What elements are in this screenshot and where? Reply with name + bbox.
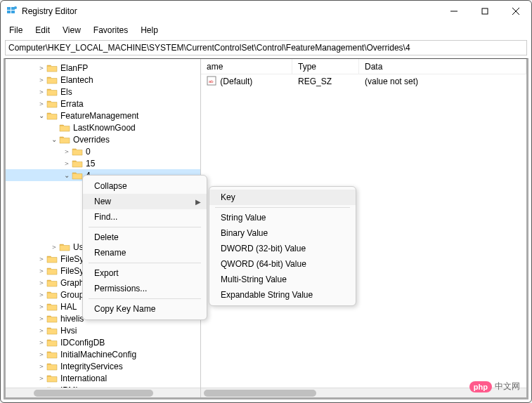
expand-toggle-icon[interactable]: ＞ — [37, 99, 46, 109]
app-icon — [6, 6, 18, 17]
list-scrollbar-thumb[interactable] — [204, 390, 316, 397]
address-bar[interactable]: Computer\HKEY_LOCAL_MACHINE\SYSTEM\Curre… — [5, 40, 527, 55]
minimize-button[interactable] — [439, 1, 469, 22]
col-header-data[interactable]: Data — [359, 59, 526, 74]
tree-node-label: ElanFP — [60, 63, 88, 73]
ctx-new[interactable]: New ▶ — [83, 194, 207, 209]
ctx-copy-key-name[interactable]: Copy Key Name — [83, 301, 207, 317]
sub-qword[interactable]: QWORD (64-bit) Value — [209, 256, 356, 272]
tree-node[interactable]: ＞IDConfigDB — [6, 336, 200, 348]
folder-icon — [46, 254, 58, 264]
tree-node-label: 15 — [86, 159, 95, 169]
expand-toggle-icon[interactable]: ＞ — [37, 314, 46, 324]
tree-node-label: FeatureManagement — [60, 111, 138, 121]
ctx-find[interactable]: Find... — [83, 209, 207, 225]
tree-node[interactable]: ＞15 — [6, 157, 200, 169]
window-title: Registry Editor — [22, 6, 439, 16]
sub-key[interactable]: Key — [209, 190, 356, 205]
tree-node-label: IDConfigDB — [60, 338, 105, 348]
ctx-export[interactable]: Export — [83, 265, 207, 281]
tree-node[interactable]: ＞0 — [6, 145, 200, 157]
window-controls — [439, 1, 531, 22]
expand-toggle-icon[interactable]: ⌄ — [62, 171, 72, 179]
expand-toggle-icon[interactable]: ⌄ — [49, 136, 59, 143]
tree-node[interactable]: ＞Errata — [6, 98, 200, 110]
folder-icon — [46, 75, 58, 85]
titlebar: Registry Editor — [1, 1, 531, 22]
svg-rect-3 — [11, 11, 15, 13]
menu-favorites[interactable]: Favorites — [88, 24, 134, 37]
tree-scrollbar-thumb[interactable] — [34, 390, 153, 397]
expand-toggle-icon[interactable]: ＞ — [37, 290, 46, 300]
tree-node[interactable]: ＞IntegrityServices — [6, 360, 200, 372]
context-submenu-new: Key String Value Binary Value DWORD (32-… — [209, 186, 356, 306]
tree-node[interactable]: ＞Els — [6, 86, 200, 98]
tree-node[interactable]: ＞InitialMachineConfig — [6, 348, 200, 360]
ctx-delete[interactable]: Delete — [83, 230, 207, 245]
sub-dword[interactable]: DWORD (32-bit) Value — [209, 241, 356, 256]
expand-toggle-icon[interactable]: ＞ — [37, 87, 46, 97]
maximize-button[interactable] — [469, 1, 500, 22]
ctx-collapse[interactable]: Collapse — [83, 178, 207, 194]
expand-toggle-icon[interactable]: ＞ — [62, 147, 72, 157]
expand-toggle-icon[interactable]: ＞ — [37, 278, 46, 288]
tree-node[interactable]: ＞International — [6, 372, 200, 384]
folder-icon — [46, 87, 58, 97]
expand-toggle-icon[interactable]: ⌄ — [37, 112, 46, 119]
tree-node[interactable]: ＞Hvsi — [6, 324, 200, 336]
folder-icon — [46, 314, 58, 324]
tree-node-label: hivelis — [60, 314, 84, 324]
expand-toggle-icon[interactable]: ＞ — [37, 266, 46, 276]
ctx-separator — [89, 263, 201, 263]
submenu-arrow-icon: ▶ — [195, 198, 201, 206]
folder-icon — [59, 242, 70, 252]
expand-toggle-icon[interactable]: ＞ — [37, 63, 46, 73]
ctx-rename[interactable]: Rename — [83, 245, 207, 260]
list-row[interactable]: ab (Default)REG_SZ(value not set) — [201, 74, 526, 88]
expand-toggle-icon[interactable]: ＞ — [37, 374, 46, 383]
window: Registry Editor File Edit View Favorites… — [0, 0, 532, 403]
tree-node-label: 0 — [86, 147, 91, 157]
expand-toggle-icon[interactable]: ＞ — [37, 326, 46, 336]
folder-icon — [46, 338, 58, 348]
tree-node[interactable]: ⌄Overrides — [6, 133, 200, 145]
expand-toggle-icon[interactable]: ＞ — [37, 338, 46, 348]
tree-node[interactable]: LastKnownGood — [6, 121, 200, 133]
tree-node-label: Els — [60, 87, 72, 97]
tree-node-label: Hvsi — [60, 326, 77, 336]
expand-toggle-icon[interactable]: ＞ — [37, 75, 46, 85]
tree-node-label: Errata — [60, 99, 84, 109]
expand-toggle-icon[interactable]: ＞ — [49, 242, 59, 252]
menu-help[interactable]: Help — [135, 24, 164, 37]
sub-string[interactable]: String Value — [209, 210, 356, 225]
list-header: ame Type Data — [201, 59, 526, 74]
col-header-type[interactable]: Type — [292, 59, 359, 74]
tree-node[interactable]: ＞Elantech — [6, 74, 200, 86]
menu-file[interactable]: File — [4, 24, 28, 37]
watermark: php 中文网 — [469, 381, 520, 392]
tree-node[interactable]: ⌄FeatureManagement — [6, 110, 200, 121]
tree-node-label: Overrides — [73, 135, 110, 145]
svg-rect-6 — [482, 8, 488, 14]
menu-view[interactable]: View — [57, 24, 86, 37]
tree-node-label: Group — [60, 290, 84, 300]
ctx-permissions[interactable]: Permissions... — [83, 281, 207, 296]
sub-multi[interactable]: Multi-String Value — [209, 272, 356, 287]
expand-toggle-icon[interactable]: ＞ — [37, 350, 46, 359]
tree-node[interactable]: ＞ElanFP — [6, 62, 200, 74]
folder-icon — [59, 123, 70, 133]
tree-node-label: Graph — [60, 278, 84, 288]
tree-node-label: InitialMachineConfig — [60, 350, 136, 359]
menu-edit[interactable]: Edit — [30, 24, 56, 37]
expand-toggle-icon[interactable]: ＞ — [62, 159, 72, 169]
sub-binary[interactable]: Binary Value — [209, 225, 356, 241]
folder-icon — [46, 278, 58, 288]
sub-expand[interactable]: Expandable String Value — [209, 287, 356, 303]
col-header-name[interactable]: ame — [201, 59, 292, 74]
expand-toggle-icon[interactable]: ＞ — [37, 362, 46, 371]
expand-toggle-icon[interactable]: ＞ — [37, 302, 46, 312]
folder-icon — [46, 302, 58, 312]
expand-toggle-icon[interactable]: ＞ — [37, 254, 46, 264]
tree-scrollbar[interactable] — [6, 388, 200, 397]
close-button[interactable] — [500, 1, 531, 22]
